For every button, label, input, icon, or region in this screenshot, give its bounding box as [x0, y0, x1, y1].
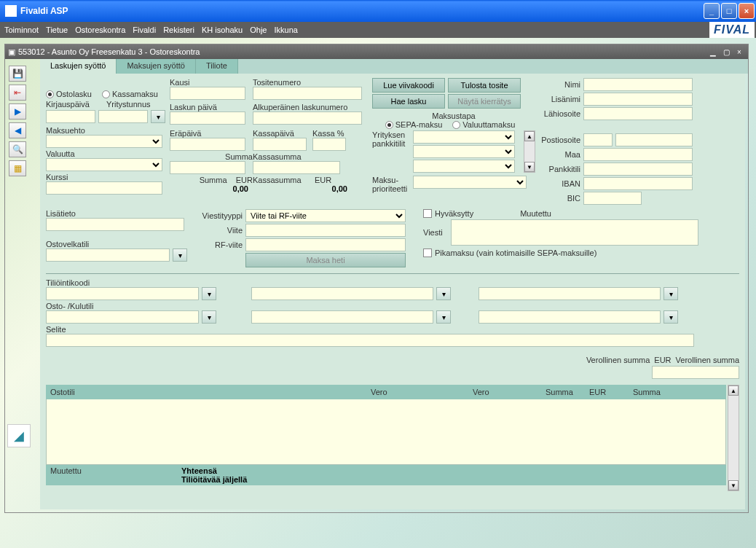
erapaiva-input[interactable] [170, 138, 245, 151]
nimi-input[interactable] [583, 78, 693, 91]
alkuperainen-input[interactable] [253, 111, 362, 125]
grid-body[interactable] [46, 399, 726, 465]
viestityyppi-select[interactable]: Viite tai RF-viite [245, 209, 406, 222]
bic-input[interactable] [583, 192, 642, 205]
menu-fivaldi[interactable]: Fivaldi [133, 26, 156, 34]
inner-titlebar: ▣ 553012 - Asunto Oy Freesenkatu 3 - Ost… [5, 44, 748, 59]
verollinen-summa-input[interactable] [652, 366, 739, 379]
tiliointikoodi-input-2[interactable] [251, 287, 433, 300]
maximize-button[interactable]: □ [721, 3, 737, 19]
kassasumma-input[interactable] [253, 161, 340, 174]
viesti-textarea[interactable] [451, 219, 698, 246]
inner-min-button[interactable]: ▁ [707, 47, 719, 57]
menu-toiminnot[interactable]: Toiminnot [4, 26, 39, 34]
minimize-button[interactable]: _ [704, 3, 720, 19]
pankkitili-scrollbar[interactable]: ▲▼ [524, 130, 535, 173]
pikamaksu-checkbox[interactable] [423, 248, 432, 257]
postiosoite-city-input[interactable] [615, 133, 693, 146]
lisanimi-input[interactable] [583, 93, 693, 106]
maksuehto-select[interactable] [46, 135, 162, 148]
tiliointikoodi-input-1[interactable] [46, 287, 199, 300]
summa-input[interactable] [170, 161, 245, 174]
kassapaiva-input[interactable] [253, 138, 307, 151]
radio-valuuttamaksu[interactable]: Valuuttamaksu [452, 120, 515, 129]
label-postiosoite: Postiosoite [538, 136, 580, 144]
radio-ostolasku[interactable]: Ostolasku [46, 90, 92, 98]
menu-rekisteri[interactable]: Rekisteri [163, 26, 194, 34]
label-lisatieto: Lisätieto [46, 209, 192, 218]
tiliointikoodi-lookup-3[interactable]: ▾ [664, 287, 678, 300]
lahiosoite-input[interactable] [583, 107, 693, 120]
nayta-kierratys-button[interactable]: Näytä kierrätys [448, 94, 521, 109]
ostokulutili-input-1[interactable] [46, 310, 199, 324]
postiosoite-code-input[interactable] [583, 133, 613, 146]
tab-maksujen[interactable]: Maksujen syöttö [117, 59, 195, 74]
rfviite-input[interactable] [245, 238, 406, 251]
kirjauspaiva-input[interactable] [46, 110, 95, 123]
lisatieto-input[interactable] [46, 218, 184, 231]
pankkitili-input[interactable] [583, 163, 693, 176]
menu-tietue[interactable]: Tietue [46, 26, 68, 34]
valuutta-select[interactable] [46, 158, 162, 171]
radio-sepa[interactable]: SEPA-maksu [385, 120, 443, 129]
ostovelkatili-lookup-button[interactable]: ▾ [173, 248, 187, 262]
ostokulutili-input-2[interactable] [251, 310, 433, 324]
tab-laskujen[interactable]: Laskujen syöttö [40, 59, 117, 74]
value-summa-eur: 0,00 [170, 184, 253, 193]
ostokulutili-lookup-1[interactable]: ▾ [202, 310, 216, 324]
inner-max-button[interactable]: ▢ [720, 47, 732, 57]
lue-viivakoodi-button[interactable]: Lue viivakoodi [372, 78, 445, 93]
close-button[interactable]: × [739, 3, 755, 19]
ostokulutili-lookup-3[interactable]: ▾ [664, 310, 678, 324]
ostokulutili-input-3[interactable] [479, 310, 661, 324]
label-pikamaksu: Pikamaksu (vain kotimaisille SEPA-maksui… [435, 248, 596, 257]
label-summa-eur: Summa EUR [170, 176, 253, 184]
tiliointikoodi-lookup-1[interactable]: ▾ [202, 287, 216, 300]
label-maksuprio: Maksu-prioriteetti [372, 176, 413, 193]
pankkitili-select-1[interactable] [413, 130, 515, 144]
pankkitili-select-3[interactable] [413, 160, 515, 173]
menu-ohje[interactable]: Ohje [250, 26, 267, 34]
laskunpaiva-input[interactable] [170, 111, 245, 125]
label-ostokulutili: Osto- /Kulutili [46, 302, 739, 310]
kausi-input[interactable] [170, 87, 245, 100]
inner-window: ▣ 553012 - Asunto Oy Freesenkatu 3 - Ost… [4, 44, 749, 513]
menu-ikkuna[interactable]: Ikkuna [274, 26, 297, 34]
ostokulutili-lookup-2[interactable]: ▾ [436, 310, 451, 324]
main-panel: Ostolasku Kassamaksu Kirjauspäivä Yritys… [40, 74, 745, 509]
grid-scrollbar[interactable]: ▲▼ [728, 385, 739, 491]
menu-ostoreskontra[interactable]: Ostoreskontra [75, 26, 125, 34]
hae-lasku-button[interactable]: Hae lasku [372, 94, 445, 109]
brand-logo: FIVAL [709, 22, 755, 38]
pankkitili-select-2[interactable] [413, 145, 515, 158]
tositenumero-input[interactable] [253, 87, 362, 100]
app-icon [5, 5, 17, 17]
menu-kh-isohaku[interactable]: KH isohaku [202, 26, 243, 34]
label-selite: Selite [46, 325, 739, 334]
maksa-heti-button[interactable]: Maksa heti [245, 253, 406, 267]
label-alkuperainen: Alkuperäinen laskunumero [253, 103, 369, 111]
tiliointikoodi-input-3[interactable] [479, 287, 661, 300]
col-vero1: Vero [371, 388, 473, 396]
tulosta-tosite-button[interactable]: Tulosta tosite [448, 78, 521, 93]
yritystunnus-input[interactable] [98, 110, 148, 123]
iban-input[interactable] [583, 177, 693, 190]
label-laskunpaiva: Laskun päivä [170, 103, 253, 111]
tab-tiliote[interactable]: Tiliote [196, 59, 238, 74]
ostovelkatili-input[interactable] [46, 248, 170, 262]
viite-input[interactable] [245, 224, 406, 237]
radio-kassamaksu[interactable]: Kassamaksu [102, 90, 158, 98]
col-ostotili: Ostotili [50, 388, 371, 396]
selite-input[interactable] [46, 334, 694, 347]
hyvaksytty-checkbox[interactable] [423, 209, 432, 218]
tab-bar: Laskujen syöttö Maksujen syöttö Tiliote [40, 59, 748, 74]
maa-input[interactable] [583, 148, 693, 161]
kurssi-input[interactable] [46, 181, 162, 195]
inner-close-button[interactable]: × [733, 47, 745, 57]
yritystunnus-lookup-button[interactable]: ▾ [151, 110, 165, 123]
maksuprioriteetti-select[interactable] [413, 176, 527, 189]
label-verollinen: Verollinen summa [586, 356, 650, 364]
tiliointikoodi-lookup-2[interactable]: ▾ [436, 287, 451, 300]
kassapct-input[interactable] [312, 138, 346, 151]
inner-title-text: 553012 - Asunto Oy Freesenkatu 3 - Ostor… [18, 47, 706, 56]
